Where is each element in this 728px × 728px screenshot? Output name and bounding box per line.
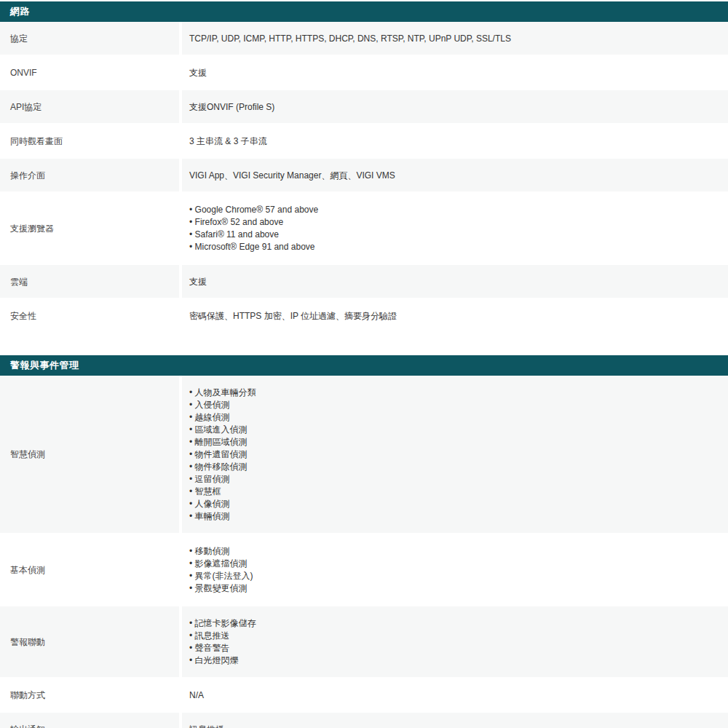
spec-row-value: 支援 — [182, 56, 728, 89]
spec-row: 聯動方式 N/A — [0, 678, 728, 713]
spec-row-value: Google Chrome® 57 and aboveFirefox® 52 a… — [182, 193, 728, 264]
bullet-item: 入侵偵測 — [189, 399, 256, 411]
bullet-item: 智慧框 — [189, 486, 256, 497]
spec-row: 操作介面 VIGI App、VIGI Security Manager、網頁、V… — [0, 159, 728, 193]
spec-row-label: 操作介面 — [0, 159, 179, 191]
spec-row: 安全性 密碼保護、HTTPS 加密、IP 位址過濾、摘要身分驗證 — [0, 299, 728, 333]
bullet-list: 移動偵測影像遮擋偵測異常(非法登入)景觀變更偵測 — [189, 545, 253, 595]
spec-section: 警報與事件管理 智慧偵測 人物及車輛分類入侵偵測越線偵測區域進入偵測離開區域偵測… — [0, 355, 728, 728]
section-title: 網路 — [10, 5, 30, 18]
section-title: 警報與事件管理 — [10, 359, 79, 372]
spec-row: API協定 支援ONVIF (Profile S) — [0, 90, 728, 124]
bullet-item: Google Chrome® 57 and above — [189, 204, 318, 215]
spec-row: 基本偵測 移動偵測影像遮擋偵測異常(非法登入)景觀變更偵測 — [0, 534, 728, 606]
spec-row: 支援瀏覽器 Google Chrome® 57 and aboveFirefox… — [0, 193, 728, 265]
spec-row-label: 安全性 — [0, 299, 179, 332]
bullet-item: Microsoft® Edge 91 and above — [189, 241, 318, 253]
spec-row-label: 基本偵測 — [0, 534, 179, 605]
spec-row-value: 支援 — [182, 265, 728, 298]
spec-row: 雲端 支援 — [0, 265, 728, 299]
spec-page: 網路 協定 TCP/IP, UDP, ICMP, HTTP, HTTPS, DH… — [0, 0, 728, 728]
spec-row-value: 支援ONVIF (Profile S) — [182, 90, 728, 123]
spec-tables-container: 網路 協定 TCP/IP, UDP, ICMP, HTTP, HTTPS, DH… — [0, 1, 728, 728]
bullet-item: 異常(非法登入) — [189, 570, 253, 582]
spec-row-label: ONVIF — [0, 56, 179, 89]
bullet-item: 越線偵測 — [189, 411, 256, 423]
spec-row-value: VIGI App、VIGI Security Manager、網頁、VIGI V… — [182, 159, 728, 191]
spec-row-label: 聯動方式 — [0, 678, 179, 711]
spec-row-value: 密碼保護、HTTPS 加密、IP 位址過濾、摘要身分驗證 — [182, 299, 728, 332]
spec-row-label: 智慧偵測 — [0, 376, 179, 533]
bullet-item: 記憶卡影像儲存 — [189, 617, 256, 629]
section-rows: 智慧偵測 人物及車輛分類入侵偵測越線偵測區域進入偵測離開區域偵測物件遺留偵測物件… — [0, 376, 728, 728]
bullet-item: 影像遮擋偵測 — [189, 558, 253, 569]
bullet-item: 移動偵測 — [189, 545, 253, 557]
bullet-item: 物件遺留偵測 — [189, 448, 256, 460]
bullet-list: 人物及車輛分類入侵偵測越線偵測區域進入偵測離開區域偵測物件遺留偵測物件移除偵測逗… — [189, 386, 256, 523]
spec-section: 網路 協定 TCP/IP, UDP, ICMP, HTTP, HTTPS, DH… — [0, 1, 728, 333]
section-rows: 協定 TCP/IP, UDP, ICMP, HTTP, HTTPS, DHCP,… — [0, 22, 728, 333]
spec-row-value: 記憶卡影像儲存訊息推送聲音警告白光燈閃爍 — [182, 606, 728, 677]
bullet-item: 逗留偵測 — [189, 473, 256, 485]
spec-row-label: 雲端 — [0, 265, 179, 298]
section-header-bar: 網路 — [0, 1, 728, 22]
bullet-item: 車輛偵測 — [189, 510, 256, 522]
spec-row-label: 支援瀏覽器 — [0, 193, 179, 264]
bullet-list: Google Chrome® 57 and aboveFirefox® 52 a… — [189, 203, 318, 253]
spec-row: 協定 TCP/IP, UDP, ICMP, HTTP, HTTPS, DHCP,… — [0, 22, 728, 56]
bullet-item: Firefox® 52 and above — [189, 216, 318, 228]
bullet-item: 離開區域偵測 — [189, 436, 256, 448]
spec-row: ONVIF 支援 — [0, 56, 728, 90]
spec-row-label: 同時觀看畫面 — [0, 124, 179, 157]
bullet-item: Safari® 11 and above — [189, 229, 318, 240]
spec-row: 智慧偵測 人物及車輛分類入侵偵測越線偵測區域進入偵測離開區域偵測物件遺留偵測物件… — [0, 376, 728, 534]
spec-row-label: API協定 — [0, 90, 179, 123]
bullet-item: 聲音警告 — [189, 642, 256, 654]
spec-row-label: 警報聯動 — [0, 606, 179, 677]
bullet-item: 區域進入偵測 — [189, 424, 256, 435]
bullet-item: 人物及車輛分類 — [189, 387, 256, 398]
bullet-item: 訊息推送 — [189, 630, 256, 641]
spec-row-value: 訊息推播 — [182, 713, 728, 728]
spec-row: 警報聯動 記憶卡影像儲存訊息推送聲音警告白光燈閃爍 — [0, 606, 728, 678]
bullet-item: 景觀變更偵測 — [189, 582, 253, 594]
spec-row: 輸出通知 訊息推播 — [0, 713, 728, 728]
spec-row-value: N/A — [182, 678, 728, 711]
bullet-item: 人像偵測 — [189, 498, 256, 510]
spec-row-value: 人物及車輛分類入侵偵測越線偵測區域進入偵測離開區域偵測物件遺留偵測物件移除偵測逗… — [182, 376, 728, 533]
bullet-list: 記憶卡影像儲存訊息推送聲音警告白光燈閃爍 — [189, 617, 256, 667]
bullet-item: 白光燈閃爍 — [189, 654, 256, 666]
section-header-bar: 警報與事件管理 — [0, 355, 728, 376]
spec-row-value: 移動偵測影像遮擋偵測異常(非法登入)景觀變更偵測 — [182, 534, 728, 605]
spec-row: 同時觀看畫面 3 主串流 & 3 子串流 — [0, 124, 728, 159]
spec-row-value: 3 主串流 & 3 子串流 — [182, 124, 728, 157]
bullet-item: 物件移除偵測 — [189, 461, 256, 472]
spec-row-value: TCP/IP, UDP, ICMP, HTTP, HTTPS, DHCP, DN… — [182, 22, 728, 55]
spec-row-label: 協定 — [0, 22, 179, 55]
spec-row-label: 輸出通知 — [0, 713, 179, 728]
